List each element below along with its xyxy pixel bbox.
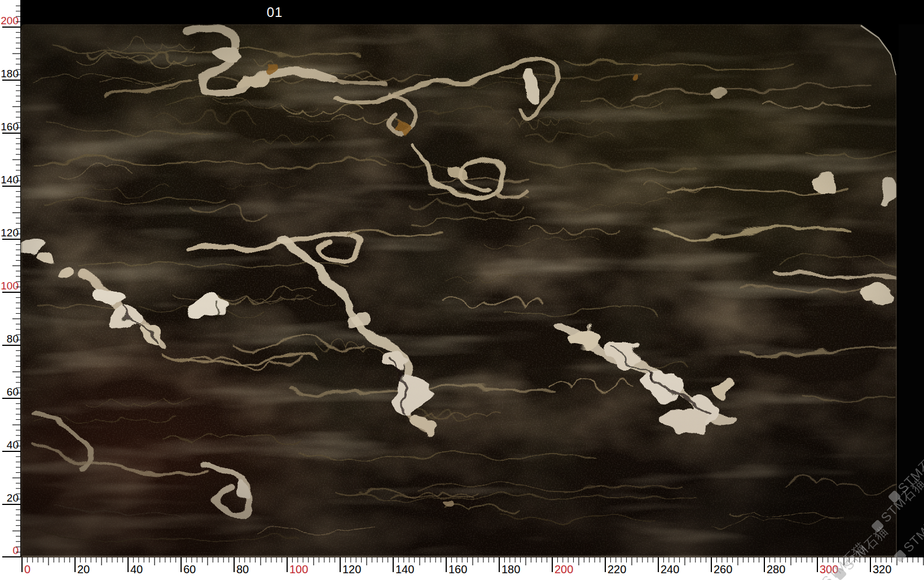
svg-text:320: 320 [873,563,891,575]
slab-clip-group [21,24,899,557]
svg-text:120: 120 [342,563,361,575]
svg-text:40: 40 [130,563,143,575]
svg-text:240: 240 [661,563,679,575]
svg-text:20: 20 [77,563,90,575]
scanner-viewport: 01 [0,0,924,580]
slab-texture [21,24,899,557]
svg-text:80: 80 [236,563,249,575]
svg-text:0: 0 [24,563,30,575]
svg-text:0: 0 [12,544,19,556]
svg-text:160: 160 [448,563,467,575]
slab-image [21,24,899,557]
top-bar: 01 [20,0,924,24]
svg-text:300: 300 [820,563,838,575]
svg-text:100: 100 [289,563,308,575]
vertical-ruler: 020406080100120140160180200 [0,0,20,580]
svg-text:180: 180 [501,563,520,575]
svg-text:260: 260 [714,563,732,575]
svg-text:140: 140 [395,563,414,575]
background-right [899,24,924,557]
slab-id-label: 01 [259,0,291,24]
svg-text:220: 220 [608,563,626,575]
svg-text:280: 280 [767,563,785,575]
svg-text:60: 60 [183,563,196,575]
horizontal-ruler: 0204060801001201401601802002202402602803… [0,557,924,580]
svg-text:200: 200 [555,563,573,575]
